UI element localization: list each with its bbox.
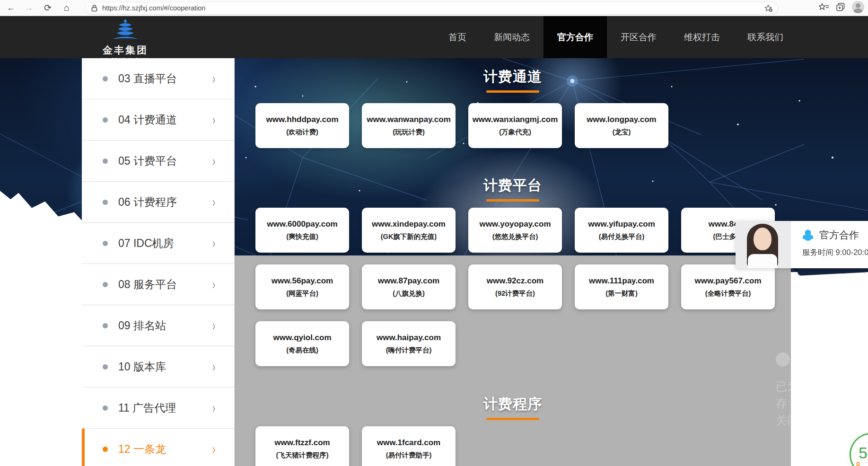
chevron-right-icon: ›: [212, 70, 215, 87]
favorites-icon[interactable]: [819, 3, 829, 11]
partner-domain: www.hhddpay.com: [266, 115, 338, 124]
service-title: 官方合作: [819, 229, 859, 242]
bullet-icon: [103, 241, 108, 246]
partner-card[interactable]: www.yifupay.com (易付兑换平台): [575, 208, 668, 253]
refresh-icon[interactable]: ⟳: [40, 1, 56, 15]
partner-domain: www.wanwanpay.com: [367, 115, 451, 124]
partner-domain: www.xindepay.com: [372, 220, 446, 229]
sidebar-item-label: 03 直播平台: [118, 71, 177, 86]
sidebar-menu: 03 直播平台 › 04 计费通道 › 05 计费平台 › 06 计费程序 ›: [82, 58, 235, 466]
nav-item[interactable]: 维权打击: [670, 16, 734, 58]
partner-card[interactable]: www.wanwanpay.com (玩玩计费): [362, 103, 456, 148]
partner-card[interactable]: www.pay567.com (全略计费平台): [681, 264, 775, 309]
sidebar-item[interactable]: 06 计费程序 ›: [82, 182, 234, 223]
chevron-right-icon: ›: [212, 441, 215, 457]
partner-card[interactable]: www.qyiol.com (奇易在线): [255, 321, 349, 366]
partner-card[interactable]: www.6000pay.com (爽快充值): [255, 208, 349, 253]
service-info-panel: 官方合作 服务时间 9:00-20:00: [791, 221, 868, 268]
section-title: 计费通道: [483, 67, 542, 87]
section-billing-program: 计费程序 www.ftzzf.com (飞天猪计费程序) www.1fcard.…: [235, 394, 791, 466]
partner-name: (易付兑换平台): [599, 232, 645, 241]
chevron-right-icon: ›: [212, 194, 215, 210]
nav-item[interactable]: 开区合作: [607, 16, 670, 58]
partner-card[interactable]: www.hhddpay.com (欢动计费): [255, 103, 349, 148]
site-logo[interactable]: 金丰集团 JIN FENG JI TUAN: [95, 19, 156, 61]
sidebar-item[interactable]: 12 一条龙 ›: [82, 429, 234, 466]
bullet-icon: [103, 323, 108, 328]
address-bar[interactable]: https://hz.szjfxj.com/#/cooperation: [85, 2, 778, 14]
sidebar-item[interactable]: 04 计费通道 ›: [82, 99, 234, 141]
partner-name: (悠悠兑换平台): [492, 232, 538, 241]
bullet-icon: [103, 200, 108, 205]
partner-card[interactable]: www.longpay.com (龙宝): [575, 103, 668, 148]
partner-name: (万象代充): [499, 128, 531, 137]
partner-card[interactable]: www.87pay.com (八旗兑换): [362, 264, 456, 309]
partner-card[interactable]: www.1fcard.com (易付计费助手): [362, 426, 456, 466]
profile-avatar[interactable]: [852, 1, 864, 13]
partner-domain: www.wanxiangmj.com: [473, 115, 558, 124]
partner-card[interactable]: www.wanxiangmj.com (万象代充): [468, 103, 562, 148]
sidebar-item-label: 09 排名站: [118, 318, 166, 333]
partner-card[interactable]: www.xindepay.com (GK旗下新的充值): [362, 208, 456, 253]
partner-domain: www.pay567.com: [694, 276, 761, 286]
sidebar-item[interactable]: 09 排名站 ›: [82, 305, 234, 346]
sidebar-item-label: 04 计费通道: [118, 113, 177, 127]
sidebar-item[interactable]: 07 IDC机房 ›: [82, 223, 234, 264]
nav-item[interactable]: 联系我们: [734, 16, 797, 58]
partner-name: (易付计费助手): [386, 451, 432, 460]
section-billing-channel: 计费通道 www.hhddpay.com (欢动计费) www.wanwanpa…: [235, 67, 791, 148]
sidebar-item-label: 11 广告代理: [118, 401, 176, 415]
partner-name: (嗨付计费平台): [386, 346, 432, 355]
bullet-icon: [103, 117, 108, 123]
thermometer-icon: [855, 462, 861, 466]
bullet-icon: [103, 405, 108, 411]
nav-item[interactable]: 首页: [435, 16, 480, 58]
customer-service-popup[interactable]: 官方合作 服务时间 9:00-20:00: [736, 221, 868, 268]
sidebar-item[interactable]: 11 广告代理 ›: [82, 387, 234, 429]
url-text[interactable]: https://hz.szjfxj.com/#/cooperation: [102, 4, 764, 12]
nav-item[interactable]: 新闻动态: [480, 16, 544, 58]
collections-icon[interactable]: [836, 2, 845, 12]
partner-domain: www.6000pay.com: [267, 220, 337, 229]
add-favorite-icon[interactable]: [764, 4, 773, 12]
home-icon[interactable]: ⌂: [59, 1, 75, 15]
main-nav: 首页 新闻动态 官方合作 开区合作 维权打击 联系我们: [435, 16, 797, 58]
sidebar-item[interactable]: 10 版本库 ›: [82, 346, 234, 387]
partner-domain: www.92cz.com: [487, 276, 544, 286]
partner-domain: www.87pay.com: [378, 276, 439, 286]
partner-domain: www.1fcard.com: [377, 438, 440, 448]
partner-card[interactable]: www.56pay.com (网蓝平台): [255, 264, 349, 309]
partner-name: (爽快充值): [286, 232, 318, 241]
partner-domain: www.yifupay.com: [588, 220, 655, 229]
partner-name: (GK旗下新的充值): [381, 232, 437, 241]
chevron-right-icon: ›: [212, 400, 215, 416]
partner-card[interactable]: www.111pay.com (第一财富): [575, 264, 668, 309]
section-title: 计费程序: [483, 394, 542, 414]
partner-card[interactable]: www.ftzzf.com (飞天猪计费程序): [255, 426, 349, 466]
bullet-icon: [103, 76, 108, 81]
chevron-right-icon: ›: [212, 276, 215, 292]
partner-card[interactable]: www.haipay.com (嗨付计费平台): [362, 321, 456, 366]
partner-card[interactable]: www.yoyopay.com (悠悠兑换平台): [468, 208, 562, 253]
sidebar-item[interactable]: 05 计费平台 ›: [82, 141, 234, 182]
sidebar-item[interactable]: 08 服务平台 ›: [82, 264, 234, 305]
partner-name: (全略计费平台): [705, 289, 751, 298]
site-header: 金丰集团 JIN FENG JI TUAN 首页 新闻动态 官方合作 开区合作 …: [0, 16, 868, 58]
bullet-icon: [103, 447, 108, 452]
temperature-float-ball[interactable]: 5: [850, 433, 868, 466]
partner-name: (龙宝): [613, 128, 631, 137]
section-billing-platform: 计费平台 www.6000pay.com (爽快充值) www.xindepay…: [235, 176, 791, 366]
sidebar-item-label: 06 计费程序: [118, 195, 177, 210]
partner-card[interactable]: www.92cz.com (92计费平台): [468, 264, 562, 309]
nav-item[interactable]: 官方合作: [544, 16, 607, 58]
partner-domain: www.111pay.com: [589, 276, 654, 286]
sidebar-item-label: 08 服务平台: [118, 277, 177, 292]
card-grid: www.6000pay.com (爽快充值) www.xindepay.com …: [235, 208, 791, 366]
chevron-right-icon: ›: [212, 153, 215, 169]
back-icon[interactable]: ←: [3, 1, 19, 15]
partner-name: (飞天猪计费程序): [276, 451, 328, 460]
chevron-right-icon: ›: [212, 112, 215, 128]
sidebar-item[interactable]: 03 直播平台 ›: [82, 58, 234, 99]
sidebar-item-label: 05 计费平台: [118, 154, 177, 168]
section-underline: [486, 418, 539, 420]
